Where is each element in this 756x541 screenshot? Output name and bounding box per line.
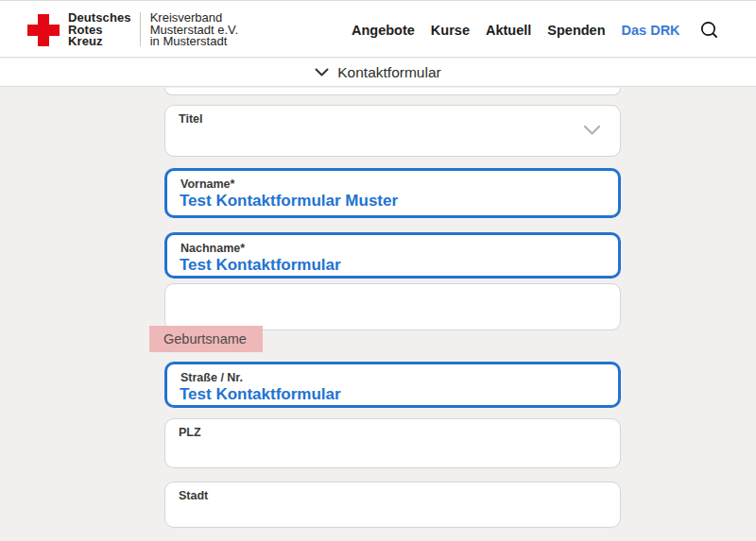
field-value: Test Kontaktformular Muster: [180, 192, 398, 211]
page: Deutsches Rotes Kreuz Kreisverband Muste…: [0, 0, 756, 541]
field-geburtsname[interactable]: [164, 283, 621, 330]
field-label: Nachname*: [180, 242, 245, 255]
nav-item-spenden[interactable]: Spenden: [547, 23, 605, 38]
field-nachname[interactable]: Nachname* Test Kontaktformular: [164, 232, 621, 279]
logo-divider: [140, 12, 141, 46]
field-titel[interactable]: Titel: [164, 105, 621, 157]
field-partial-cutoff[interactable]: [164, 88, 621, 95]
nav-item-kurse[interactable]: Kurse: [431, 23, 470, 38]
main-nav: Angebote Kurse Aktuell Spenden Das DRK: [352, 1, 720, 59]
site-header: Deutsches Rotes Kreuz Kreisverband Muste…: [0, 0, 756, 58]
brand-line: Kreuz: [68, 36, 131, 48]
field-label: Vorname*: [180, 178, 234, 191]
chevron-down-icon: [315, 68, 329, 77]
field-label: PLZ: [179, 426, 201, 439]
nav-item-angebote[interactable]: Angebote: [352, 23, 415, 38]
field-label: Titel: [179, 112, 202, 126]
geburtsname-label: Geburtsname: [163, 331, 247, 347]
field-stadt[interactable]: Stadt: [164, 482, 621, 528]
red-cross-icon: [27, 14, 60, 46]
drk-logo[interactable]: Deutsches Rotes Kreuz Kreisverband Muste…: [27, 12, 238, 48]
field-label: Straße / Nr.: [180, 371, 243, 384]
field-plz[interactable]: PLZ: [164, 418, 621, 468]
field-vorname[interactable]: Vorname* Test Kontaktformular Muster: [164, 168, 621, 218]
branch-line: in Musterstadt: [150, 36, 238, 48]
chevron-down-icon[interactable]: [583, 123, 601, 140]
geburtsname-highlight: Geburtsname: [149, 326, 263, 352]
branch-name: Kreisverband Musterstadt e.V. in Musters…: [150, 12, 238, 48]
field-value: Test Kontaktformular: [180, 256, 341, 275]
search-icon[interactable]: [699, 20, 720, 41]
nav-item-das-drk[interactable]: Das DRK: [622, 23, 680, 38]
accordion-kontaktformular[interactable]: Kontaktformular: [0, 59, 756, 87]
field-label: Stadt: [179, 489, 208, 502]
field-strasse-nr[interactable]: Straße / Nr. Test Kontaktformular: [164, 362, 621, 408]
field-value: Test Kontaktformular: [180, 385, 341, 404]
accordion-title: Kontaktformular: [337, 64, 440, 81]
brand-name: Deutsches Rotes Kreuz: [68, 12, 131, 48]
nav-item-aktuell[interactable]: Aktuell: [486, 23, 531, 38]
